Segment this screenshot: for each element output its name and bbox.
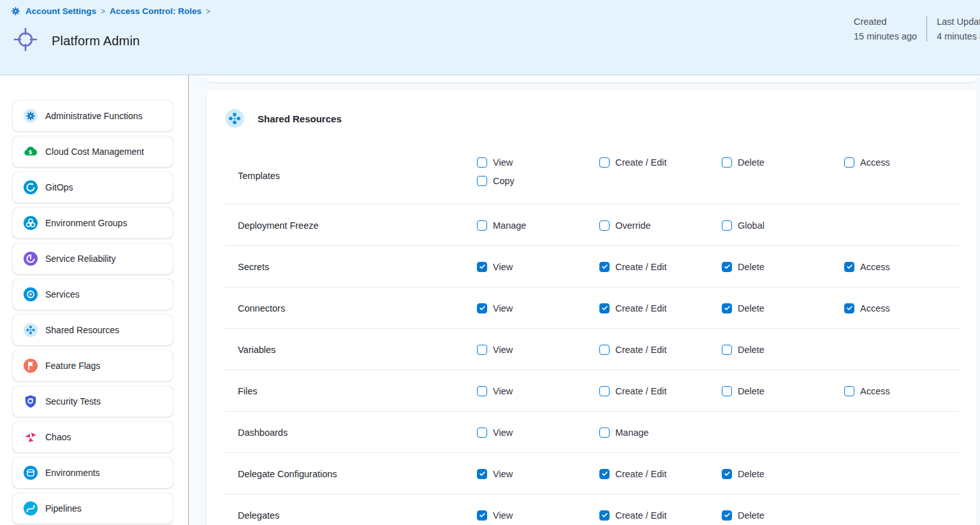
shared-resources-icon [224,108,245,129]
checkbox-view[interactable] [477,345,487,355]
checkbox-create-edit[interactable] [599,157,610,168]
permission-option: Delete [722,345,844,355]
permission-option: Create / Edit [599,303,722,313]
checkbox-delete[interactable] [722,303,732,313]
checkbox-view[interactable] [477,428,487,438]
permission-row-connectors: Connectors View Create / Edit Delete [207,287,977,329]
checkbox-view[interactable] [477,262,487,272]
environment-groups-icon [23,215,38,231]
sidebar-item-services[interactable]: Services [13,279,173,310]
permission-label: Delete [738,157,764,168]
checkbox-view[interactable] [477,157,487,168]
checkbox-view[interactable] [477,303,487,313]
permission-option: Global [722,220,844,231]
sidebar-item-environments[interactable]: Environments [13,457,173,488]
permission-label: View [493,262,513,272]
checkbox-view[interactable] [477,469,487,479]
sidebar-item-service-reliability[interactable]: Service Reliability [13,243,173,274]
checkbox-delete[interactable] [722,386,732,396]
checkbox-create-edit[interactable] [599,510,610,521]
checkbox-manage[interactable] [599,428,610,438]
created-value: 15 minutes ago [854,31,917,41]
permission-option: View [477,345,599,355]
permission-option: Create / Edit [599,262,722,272]
permission-label: Access [860,262,890,272]
sidebar-item-security-tests[interactable]: Security Tests [13,386,173,417]
permission-row-delegate-configurations: Delegate Configurations View Create / Ed… [207,453,977,494]
permission-label: Global [738,220,764,231]
cloud-dollar-icon: $ [23,144,38,159]
feature-flag-icon [23,358,38,373]
services-target-icon [23,287,38,302]
permission-label: Access [860,386,890,396]
checkbox-create-edit[interactable] [599,262,610,272]
main-content: Shared Resources Templates View Copy Cre… [189,75,980,525]
permission-label: Delete [738,469,764,479]
checkbox-global[interactable] [722,220,732,231]
permission-option: Access [844,386,977,396]
checkbox-view[interactable] [477,510,487,521]
checkbox-delete[interactable] [722,157,732,168]
breadcrumb-account-settings[interactable]: Account Settings [26,6,96,16]
permission-label: Manage [493,220,526,231]
resource-label: Secrets [238,262,477,272]
resource-label: Delegate Configurations [238,469,477,479]
resource-label: Deployment Freeze [238,220,477,231]
permission-row-dashboards: Dashboards View Manage [207,412,977,453]
checkbox-create-edit[interactable] [599,386,610,396]
checkbox-delete[interactable] [722,262,732,272]
permission-option: Copy [477,176,599,186]
svg-text:$: $ [29,148,33,155]
checkbox-create-edit[interactable] [599,303,610,313]
sidebar-item-administrative-functions[interactable]: Administrative Functions [13,101,173,131]
permission-option: Manage [599,428,722,438]
permission-label: Create / Edit [615,345,667,355]
checkbox-create-edit[interactable] [599,469,610,479]
breadcrumb-separator: > [206,7,210,16]
chaos-pinwheel-icon [23,429,38,445]
checkbox-manage[interactable] [477,220,487,231]
permission-option: Access [844,303,977,313]
sidebar-item-label: Environments [45,468,100,478]
checkbox-copy[interactable] [477,176,487,186]
permission-label: Create / Edit [615,303,667,313]
sidebar-item-gitops[interactable]: GitOps [13,172,173,203]
checkbox-create-edit[interactable] [599,345,610,355]
sidebar-item-environment-groups[interactable]: Environment Groups [13,208,173,238]
header-meta: Created 15 minutes ago Last Updated 4 mi… [854,16,980,41]
permission-label: Create / Edit [615,157,667,168]
sidebar-item-shared-resources[interactable]: Shared Resources [13,315,173,345]
permission-label: Delete [738,262,764,272]
permission-option: Create / Edit [599,345,722,355]
permission-label: Copy [493,176,515,186]
checkbox-override[interactable] [599,220,610,231]
permission-label: Delete [738,386,764,396]
last-updated-label: Last Updated [937,17,980,27]
sidebar-item-pipelines[interactable]: Pipelines [13,493,173,524]
page-header: Account Settings > Access Control: Roles… [0,0,980,75]
checkbox-delete[interactable] [722,345,732,355]
permission-option: View [477,469,599,479]
sidebar-item-chaos[interactable]: Chaos [13,422,173,452]
settings-gear-icon [10,6,21,17]
checkbox-access[interactable] [844,386,854,396]
permission-label: Delete [738,345,764,355]
permission-option: Override [599,220,722,231]
checkbox-view[interactable] [477,386,487,396]
permission-option: Create / Edit [599,510,722,521]
sidebar-item-feature-flags[interactable]: Feature Flags [13,350,173,381]
permission-label: Access [860,157,890,168]
checkbox-delete[interactable] [722,510,732,521]
breadcrumb-access-control-roles[interactable]: Access Control: Roles [110,6,201,16]
breadcrumb: Account Settings > Access Control: Roles… [10,6,210,17]
sidebar-item-cloud-cost-management[interactable]: $ Cloud Cost Management [13,136,173,167]
checkbox-access[interactable] [844,303,854,313]
permission-option: Access [844,157,977,168]
checkbox-access[interactable] [844,157,854,168]
meta-divider [926,16,927,41]
pipelines-flow-icon [23,501,38,516]
checkbox-access[interactable] [844,262,854,272]
resource-label: Delegates [238,510,477,521]
checkbox-delete[interactable] [722,469,732,479]
title-row: Platform Admin [11,25,140,56]
